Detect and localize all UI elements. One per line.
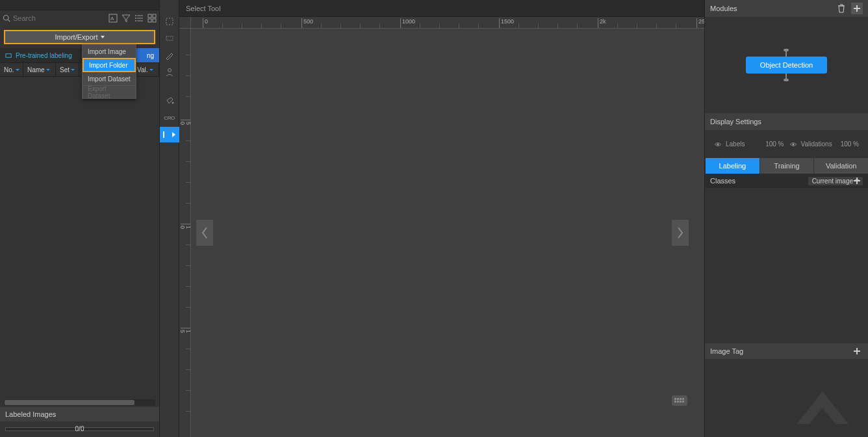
- left-top-spacer: [0, 0, 159, 10]
- svg-point-24: [792, 143, 794, 145]
- display-settings-header: Display Settings: [705, 113, 868, 130]
- connector-top-icon: [785, 51, 787, 57]
- search-input[interactable]: [13, 14, 105, 22]
- column-no[interactable]: No.: [0, 63, 23, 76]
- tab-validation[interactable]: Validation: [813, 158, 868, 174]
- modules-title: Modules: [710, 5, 737, 12]
- eye-icon: [714, 142, 722, 147]
- classes-bar: Classes Current image: [705, 174, 868, 188]
- svg-line-1: [8, 20, 10, 21]
- h-scrollbar[interactable]: [0, 398, 159, 407]
- search-row: A: [0, 10, 159, 26]
- next-tool-icon[interactable]: [160, 127, 179, 142]
- select-tool-icon[interactable]: [160, 14, 179, 29]
- add-image-tag-button[interactable]: [851, 345, 863, 357]
- eye-icon: [789, 142, 797, 147]
- next-image-button[interactable]: [672, 220, 689, 246]
- import-export-dropdown: Import Image Import Folder Import Datase…: [82, 44, 136, 99]
- dropdown-import-dataset[interactable]: Import Dataset: [83, 72, 136, 85]
- svg-point-23: [717, 143, 719, 145]
- dropdown-import-folder[interactable]: Import Folder: [83, 58, 136, 72]
- display-settings-title: Display Settings: [710, 118, 761, 126]
- ruler-tick-v: 1500: [181, 328, 191, 333]
- svg-point-0: [4, 16, 9, 21]
- mode-tabs: Labeling Training Validation: [705, 158, 868, 174]
- person-icon[interactable]: [160, 64, 179, 80]
- labels-visibility[interactable]: Labels 100 %: [714, 140, 784, 148]
- svg-rect-13: [148, 19, 151, 22]
- ruler-tick: 2k: [598, 18, 606, 29]
- tab-bar: Select Tool: [179, 0, 704, 17]
- canvas-wrap: 0 500 1000 1500 2k 250 500 1000 1500: [179, 17, 704, 437]
- table-body: [0, 77, 159, 398]
- ruler-tick: 1500: [499, 18, 514, 29]
- labeled-images-progress: 0/0: [0, 421, 159, 437]
- pen-icon[interactable]: [160, 47, 179, 63]
- tab-select-tool[interactable]: Select Tool: [186, 5, 221, 12]
- search-icon: [3, 14, 10, 22]
- column-set[interactable]: Set: [56, 63, 79, 76]
- ruler-top: 0 500 1000 1500 2k 250: [191, 17, 704, 29]
- svg-point-8: [135, 15, 136, 16]
- import-export-label: Import/Export: [55, 33, 97, 41]
- object-detection-label: Object Detection: [760, 61, 813, 69]
- column-name[interactable]: Name: [23, 63, 56, 76]
- tab-labeling[interactable]: Labeling: [705, 158, 760, 174]
- image-tag-header: Image Tag: [705, 343, 868, 359]
- image-tag-body: [705, 359, 868, 437]
- filter-icon[interactable]: [121, 14, 131, 23]
- svg-point-10: [135, 20, 136, 21]
- marquee-icon[interactable]: [160, 31, 179, 46]
- add-module-button[interactable]: [851, 3, 863, 14]
- validations-visibility[interactable]: Validations 100 %: [789, 140, 860, 148]
- labeled-images-title: Labeled Images: [5, 410, 56, 418]
- ruler-tick: 0: [203, 18, 208, 29]
- expand-icon[interactable]: A: [108, 14, 118, 23]
- image-tag-title: Image Tag: [710, 347, 743, 355]
- pretrained-labeling-button[interactable]: Pre-trained labeling: [0, 48, 94, 62]
- import-export-button[interactable]: Import/Export: [4, 30, 155, 44]
- bucket-icon[interactable]: [160, 93, 179, 109]
- trash-icon[interactable]: [836, 3, 847, 14]
- list-icon[interactable]: [134, 14, 144, 23]
- ruler-tick: 500: [301, 18, 313, 29]
- modules-header: Modules: [705, 0, 868, 17]
- ruler-tick-v: 500: [181, 120, 191, 125]
- add-class-button[interactable]: [851, 175, 863, 187]
- canvas[interactable]: [191, 29, 704, 437]
- svg-rect-12: [153, 14, 156, 18]
- pretrained-labeling-label: Pre-trained labeling: [16, 52, 72, 59]
- ruler-corner: [179, 17, 191, 29]
- display-settings-body: Labels 100 % Validations 100 %: [705, 130, 868, 158]
- ruler-tick: 1000: [400, 18, 415, 29]
- tab-training[interactable]: Training: [760, 158, 814, 174]
- dropdown-import-image[interactable]: Import Image: [83, 45, 136, 58]
- center-area: Select Tool 0 500 1000 1500 2k 250 500 1…: [179, 0, 704, 437]
- progress-text: 0/0: [6, 425, 153, 432]
- classes-title: Classes: [710, 177, 735, 185]
- ruler-tick: 250: [696, 18, 704, 29]
- object-detection-node[interactable]: Object Detection: [746, 57, 827, 73]
- svg-rect-11: [148, 14, 151, 18]
- classes-body: [705, 188, 868, 343]
- labeled-images-header: Labeled Images: [0, 407, 159, 421]
- svg-rect-14: [153, 19, 156, 22]
- svg-point-19: [172, 102, 173, 104]
- labeling-active-label: ng: [147, 52, 154, 59]
- search-input-wrap: [3, 14, 105, 22]
- prev-image-button[interactable]: [196, 220, 213, 246]
- keyboard-icon[interactable]: [672, 395, 687, 406]
- chevron-down-icon: [101, 36, 105, 38]
- svg-rect-17: [166, 36, 173, 40]
- svg-marker-29: [797, 391, 849, 424]
- svg-rect-16: [166, 18, 173, 25]
- watermark-icon: [784, 385, 862, 430]
- column-val[interactable]: Val.: [133, 63, 159, 76]
- modules-area: Object Detection: [705, 17, 868, 113]
- ruler-tick-v: 1000: [181, 224, 191, 229]
- crop-label[interactable]: CRO: [160, 110, 179, 126]
- dropdown-export-dataset: Export Dataset: [83, 85, 136, 98]
- thumb-grid-icon[interactable]: [147, 14, 157, 23]
- svg-marker-4: [122, 15, 130, 22]
- svg-rect-15: [6, 53, 11, 57]
